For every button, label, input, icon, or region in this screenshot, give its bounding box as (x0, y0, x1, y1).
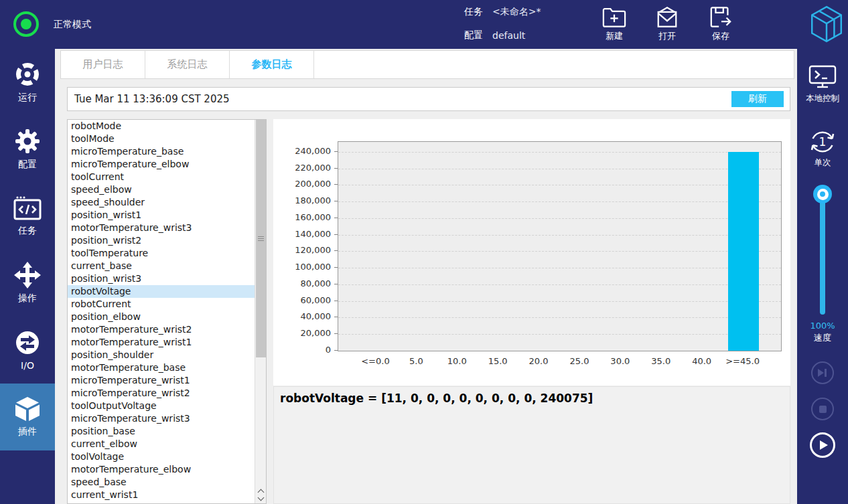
list-item[interactable]: toolVoltage (68, 450, 266, 463)
speed-label: 速度 (814, 332, 831, 344)
sidebar-item-label: 操作 (18, 292, 37, 305)
list-item[interactable]: position_wrist3 (68, 272, 266, 285)
list-item[interactable]: microTemperature_wrist2 (68, 387, 266, 400)
sidebar-item-operate[interactable]: 操作 (0, 250, 55, 317)
open-task-label: 打开 (658, 30, 676, 42)
open-task-button[interactable]: 打开 (645, 6, 689, 42)
x-axis-tick-label: 10.0 (436, 356, 478, 366)
list-item[interactable]: current_wrist1 (68, 489, 266, 501)
new-task-label: 新建 (606, 30, 623, 42)
sidebar-item-run[interactable]: 运行 (0, 49, 55, 116)
single-run-count: 1 (819, 135, 827, 149)
y-axis-tick-label: 60,000 (273, 295, 331, 306)
y-axis-tick-label: 20,000 (273, 328, 331, 339)
status-indicator-icon (13, 11, 39, 37)
gridline (338, 218, 781, 219)
sidebar-item-task[interactable]: 任务 (0, 183, 55, 250)
play-button[interactable] (810, 432, 835, 458)
scrollbar-thumb[interactable] (256, 120, 266, 357)
single-run-label: 单次 (815, 157, 831, 169)
sidebar-item-plugin[interactable]: 插件 (0, 384, 55, 450)
list-item[interactable]: position_wrist1 (68, 209, 266, 222)
x-axis-tick-label: 35.0 (640, 356, 682, 366)
config-value: default (492, 30, 525, 41)
list-item[interactable]: toolCurrent (68, 171, 266, 183)
tab-parameter-log[interactable]: 参数日志 (230, 51, 314, 78)
list-item[interactable]: motorTemperature_base (68, 361, 266, 374)
scroll-down-icon[interactable] (257, 495, 264, 502)
task-label: 任务 (464, 6, 483, 18)
chart-bar (728, 152, 759, 351)
step-next-button[interactable] (811, 361, 834, 384)
stop-button[interactable] (811, 398, 834, 420)
sidebar-item-label: 插件 (18, 426, 37, 438)
list-item[interactable]: motorTemperature_wrist3 (68, 222, 266, 234)
play-icon (819, 440, 829, 450)
new-file-icon (602, 6, 626, 28)
y-axis-tick-label: 100,000 (273, 262, 331, 272)
operate-icon (14, 262, 41, 288)
y-axis-tick (334, 218, 338, 218)
list-item[interactable]: motorTemperature_elbow (68, 463, 266, 476)
list-item[interactable]: toolTemperature (68, 247, 266, 260)
speed-slider-handle[interactable] (813, 185, 832, 203)
list-item[interactable]: microTemperature_wrist3 (68, 412, 266, 425)
list-item[interactable]: position_base (68, 425, 266, 438)
gridline (338, 268, 781, 268)
io-icon (14, 329, 41, 356)
gridline (338, 152, 781, 153)
refresh-button[interactable]: 刷新 (731, 91, 784, 107)
tab-user-log[interactable]: 用户日志 (61, 51, 145, 78)
list-item[interactable]: robotVoltage (68, 285, 266, 298)
plugin-icon (14, 396, 41, 422)
brand-logo-icon (810, 5, 843, 46)
single-run-button[interactable]: 1 (808, 128, 837, 159)
new-task-button[interactable]: 新建 (592, 6, 636, 42)
gridline (338, 235, 781, 236)
y-axis-tick (334, 234, 338, 235)
y-axis-tick-label: 120,000 (273, 245, 331, 256)
sidebar-item-config[interactable]: 配置 (0, 116, 55, 183)
list-scrollbar[interactable] (255, 120, 266, 503)
list-item[interactable]: speed_elbow (68, 183, 266, 196)
speed-percent: 100% (810, 321, 835, 331)
speed-slider-track[interactable] (820, 194, 825, 315)
save-task-button[interactable]: 保存 (699, 6, 743, 42)
list-item[interactable]: robotCurrent (68, 298, 266, 311)
list-item[interactable]: current_base (68, 260, 266, 272)
y-axis-tick (334, 333, 338, 334)
tab-system-log[interactable]: 系统日志 (145, 51, 230, 78)
config-row: 配置 default (464, 29, 525, 41)
list-item[interactable]: speed_shoulder (68, 196, 266, 209)
list-item[interactable]: toolOutputVoltage (68, 400, 266, 412)
list-item[interactable]: current_elbow (68, 438, 266, 450)
y-axis-tick (334, 317, 338, 317)
run-icon (14, 61, 41, 88)
list-item[interactable]: motorTemperature_wrist2 (68, 323, 266, 336)
list-item[interactable]: position_shoulder (68, 349, 266, 361)
list-item[interactable]: position_wrist2 (68, 234, 266, 247)
list-item[interactable]: toolMode (68, 133, 266, 145)
sidebar-item-label: 任务 (18, 225, 37, 237)
local-control-button[interactable] (808, 65, 837, 92)
step-next-icon (817, 368, 828, 377)
chart-plot (338, 141, 782, 351)
gridline (338, 301, 781, 302)
x-axis-tick-label: 15.0 (477, 356, 518, 366)
result-panel: robotVoltage = [11, 0, 0, 0, 0, 0, 0, 0,… (273, 386, 790, 504)
top-bar: 正常模式 任务 <未命名>* 配置 default 新建 打开 保存 (0, 0, 848, 49)
param-list: robotModetoolModemicroTemperature_basemi… (68, 120, 266, 501)
list-item[interactable]: microTemperature_elbow (68, 158, 266, 171)
list-item[interactable]: microTemperature_base (68, 145, 266, 158)
list-item[interactable]: position_elbow (68, 311, 266, 323)
y-axis-tick (334, 201, 338, 201)
sidebar-item-io[interactable]: I/O (0, 317, 55, 384)
y-axis-tick-label: 80,000 (273, 278, 331, 289)
y-axis-tick (334, 250, 338, 251)
list-item[interactable]: robotMode (68, 120, 266, 133)
list-item[interactable]: motorTemperature_wrist1 (68, 336, 266, 349)
chart-panel: 020,00040,00060,00080,000100,000120,0001… (273, 119, 790, 386)
list-item[interactable]: microTemperature_wrist1 (68, 374, 266, 387)
task-row: 任务 <未命名>* (464, 6, 541, 18)
list-item[interactable]: speed_base (68, 476, 266, 489)
